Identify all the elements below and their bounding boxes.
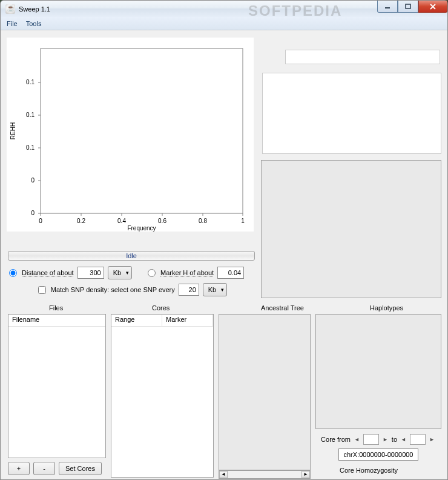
corefrom-label: Core from xyxy=(321,436,351,443)
from-prev-icon[interactable]: ◄ xyxy=(353,436,361,442)
distance-radio[interactable] xyxy=(9,269,17,277)
files-list[interactable]: Filename xyxy=(8,314,106,458)
ylabel: REHH xyxy=(10,122,16,139)
menubar: File Tools xyxy=(1,17,447,30)
remove-file-button[interactable]: - xyxy=(33,462,55,475)
menu-tools[interactable]: Tools xyxy=(22,19,45,28)
tree-scrollbar[interactable]: ◄ ► xyxy=(219,470,311,479)
ytick-1: 0 xyxy=(31,177,35,184)
minimize-button[interactable] xyxy=(377,1,398,13)
core-homozygosity-label: Core Homozygosity xyxy=(340,467,398,474)
ancestral-tree-panel xyxy=(219,314,311,470)
distance-label: Distance of about xyxy=(22,269,74,276)
from-next-icon[interactable]: ► xyxy=(381,436,389,442)
core-to-input[interactable] xyxy=(410,434,426,445)
ytick-2: 0.1 xyxy=(26,144,35,151)
svg-rect-2 xyxy=(41,48,243,213)
corefrom-to: to xyxy=(392,436,397,443)
ytick-4: 0.1 xyxy=(26,79,35,85)
maximize-button[interactable] xyxy=(398,1,418,13)
cores-header: Cores xyxy=(152,304,170,312)
ytick-0: 0 xyxy=(31,210,35,216)
xlabel: Frequency xyxy=(127,225,156,232)
ytick-3: 0.1 xyxy=(26,112,35,118)
cores-col-range[interactable]: Range xyxy=(111,315,162,326)
cores-col-marker[interactable]: Marker xyxy=(162,315,213,326)
xtick-1: 0.2 xyxy=(77,218,85,224)
tree-header: Ancestral Tree xyxy=(261,304,304,312)
add-file-button[interactable]: + xyxy=(8,462,30,475)
distance-input[interactable] xyxy=(77,267,104,279)
to-prev-icon[interactable]: ◄ xyxy=(400,436,407,442)
scroll-left-icon[interactable]: ◄ xyxy=(219,471,228,478)
markerh-input[interactable] xyxy=(217,267,244,279)
density-input[interactable] xyxy=(179,284,199,296)
chromosome-field[interactable]: chrX:0000000-0000000 xyxy=(338,448,418,461)
density-label: Match SNP density: select one SNP every xyxy=(51,286,175,293)
scroll-right-icon[interactable]: ► xyxy=(301,471,310,478)
haplotypes-panel xyxy=(315,314,441,429)
options-panel: Distance of about Kb Marker H of about M… xyxy=(8,264,256,298)
svg-rect-1 xyxy=(406,4,410,8)
progress-bar: Idle xyxy=(8,251,255,261)
to-next-icon[interactable]: ► xyxy=(428,436,436,442)
window-title: Sweep 1.1 xyxy=(19,5,50,13)
titlebar[interactable]: Sweep 1.1 xyxy=(0,0,448,17)
menu-file[interactable]: File xyxy=(3,19,21,28)
files-header: Files xyxy=(49,304,63,312)
chart-panel: 0 0 0.1 0.1 0.1 0 0.2 0.4 0.6 0.8 1 Freq… xyxy=(7,38,254,232)
client-area: File Tools 0 0 0.1 0.1 0.1 0 0.2 0.4 0.6 xyxy=(0,17,448,480)
java-icon xyxy=(5,4,15,14)
markerh-radio[interactable] xyxy=(148,269,156,277)
distance-unit-combo[interactable]: Kb xyxy=(108,266,132,279)
xtick-2: 0.4 xyxy=(117,218,126,224)
hap-header: Haplotypes xyxy=(370,304,403,312)
side-panel-large xyxy=(261,160,441,298)
xtick-0: 0 xyxy=(39,218,42,224)
xtick-5: 1 xyxy=(241,218,245,224)
progress-label: Idle xyxy=(126,252,137,259)
app-window: Sweep 1.1 File Tools 0 0 0.1 0.1 0.1 xyxy=(0,0,448,480)
core-from-input[interactable] xyxy=(363,434,379,445)
set-cores-button[interactable]: Set Cores xyxy=(59,462,102,475)
close-button[interactable] xyxy=(418,1,447,13)
core-from-row: Core from ◄ ► to ◄ ► xyxy=(315,434,441,445)
files-col-filename[interactable]: Filename xyxy=(8,315,105,327)
xtick-3: 0.6 xyxy=(158,218,166,224)
markerh-label: Marker H of about xyxy=(160,269,214,276)
xtick-4: 0.8 xyxy=(199,218,207,224)
side-panel-small xyxy=(285,50,440,64)
side-panel-medium xyxy=(262,73,441,154)
density-checkbox[interactable] xyxy=(38,286,46,294)
density-unit-combo[interactable]: Kb xyxy=(203,283,227,296)
cores-list[interactable]: Range Marker xyxy=(111,314,214,478)
